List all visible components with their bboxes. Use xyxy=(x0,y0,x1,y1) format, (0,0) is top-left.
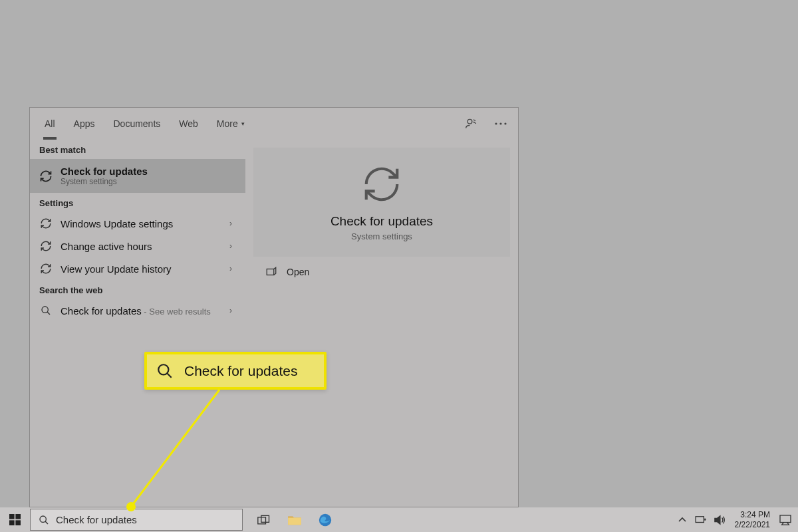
svg-line-7 xyxy=(131,390,219,507)
annotation-marker xyxy=(126,502,136,511)
annotation-line xyxy=(0,0,798,532)
